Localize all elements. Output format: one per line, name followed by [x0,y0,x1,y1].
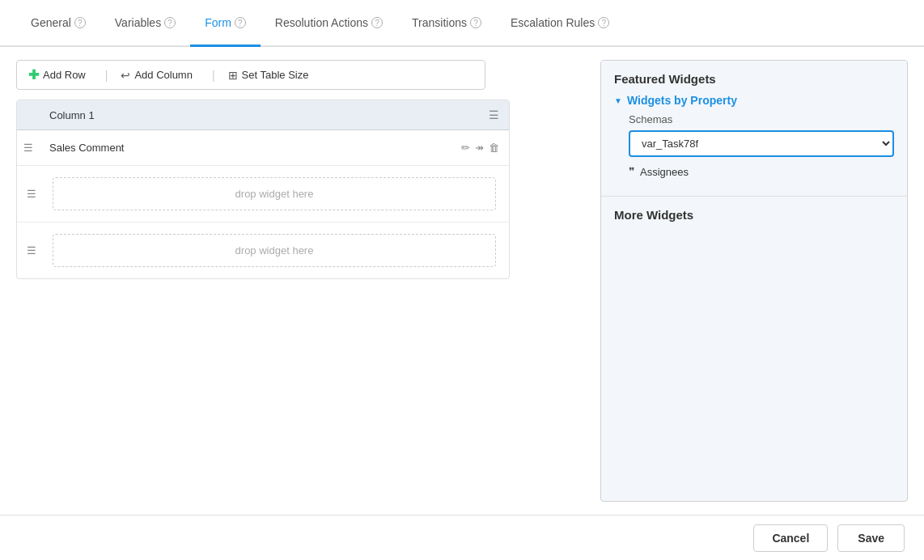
header-drag-spacer [17,100,40,129]
tab-form-label: Form [205,16,231,29]
add-row-plus-icon: ✚ [28,67,39,83]
widgets-by-property-toggle[interactable]: ▼ Widgets by Property [614,94,894,107]
widget-label-sales-comment: Sales Comment [49,142,461,154]
toolbar-sep-2: | [212,69,215,82]
more-widgets-title: More Widgets [614,208,693,222]
cell-actions-1: ✏ ↠ 🗑 [461,142,499,154]
drag-icon-2: ☰ [27,188,36,200]
main-content: ✚ Add Row | ↩ Add Column | ⊞ Set Table S… [0,47,924,515]
schemas-select[interactable]: var_Task78f var_Task78g var_Task78h [629,130,894,157]
drag-icon-1: ☰ [23,142,33,154]
drop-zone-1-label: drop widget here [235,188,314,200]
grid-cell-1: Sales Comment ✏ ↠ 🗑 [40,135,509,160]
tab-escalation-rules-label: Escalation Rules [511,16,595,29]
add-column-icon: ↩ [121,69,130,82]
add-row-button[interactable]: ✚ Add Row [28,67,95,83]
tab-escalation-rules[interactable]: Escalation Rules ? [496,0,624,47]
table-row: ☰ drop widget here [17,223,509,278]
panel-section-body: ▼ Widgets by Property Schemas var_Task78… [601,94,907,196]
tab-form[interactable]: Form ? [190,0,261,47]
tab-resolution-actions-help-icon[interactable]: ? [371,17,383,28]
tab-transitions[interactable]: Transitions ? [397,0,496,47]
toolbar: ✚ Add Row | ↩ Add Column | ⊞ Set Table S… [16,60,485,90]
tab-general-help-icon[interactable]: ? [74,17,86,28]
tab-resolution-actions-label: Resolution Actions [275,16,368,29]
left-panel: ✚ Add Row | ↩ Add Column | ⊞ Set Table S… [16,60,587,502]
tab-general-label: General [31,16,71,29]
featured-widgets-header: Featured Widgets [601,61,907,94]
drag-icon-3: ☰ [27,244,36,257]
set-table-size-button[interactable]: ⊞ Set Table Size [228,69,319,82]
footer: Cancel Save [0,515,924,560]
assignees-label: Assignees [640,166,689,178]
add-column-button[interactable]: ↩ Add Column [121,69,202,82]
drop-zone-2[interactable]: drop widget here [53,234,496,267]
row-drag-handle-2[interactable]: ☰ [20,188,43,200]
row-drag-handle-3[interactable]: ☰ [20,244,43,257]
column-1-header-label: Column 1 [49,109,95,121]
grid-header: Column 1 ☰ [17,100,509,130]
cancel-button[interactable]: Cancel [753,524,828,552]
tab-transitions-label: Transitions [412,16,467,29]
right-panel: Featured Widgets ▼ Widgets by Property S… [600,60,908,502]
add-row-label: Add Row [43,69,86,81]
save-button[interactable]: Save [837,524,905,552]
assignees-row[interactable]: ❞ Assignees [629,165,894,178]
move-icon[interactable]: ↠ [475,142,484,154]
drop-zone-1[interactable]: drop widget here [53,177,496,210]
widgets-by-property-label: Widgets by Property [627,94,737,107]
widgets-by-property-group: ▼ Widgets by Property Schemas var_Task78… [614,94,894,178]
tab-variables-label: Variables [115,16,161,29]
add-column-label: Add Column [134,69,193,81]
tab-general[interactable]: General ? [16,0,100,47]
tab-resolution-actions[interactable]: Resolution Actions ? [261,0,397,47]
drop-zone-2-label: drop widget here [235,244,314,257]
featured-widgets-title: Featured Widgets [614,72,716,86]
toolbar-sep-1: | [105,69,108,82]
expand-triangle-icon: ▼ [614,96,622,105]
tab-transitions-help-icon[interactable]: ? [470,17,481,28]
column-1-header: Column 1 ☰ [40,100,509,129]
column-menu-icon[interactable]: ☰ [489,108,499,121]
form-grid: Column 1 ☰ ☰ Sales Comment ✏ ↠ 🗑 [16,100,510,279]
tab-bar: General ? Variables ? Form ? Resolution … [0,0,924,47]
delete-icon[interactable]: 🗑 [489,142,499,154]
table-row: ☰ drop widget here [17,166,509,223]
assignees-icon: ❞ [629,165,635,178]
save-label: Save [858,532,884,545]
tab-form-help-icon[interactable]: ? [235,17,246,28]
set-table-size-label: Set Table Size [242,69,309,81]
table-row: ☰ Sales Comment ✏ ↠ 🗑 [17,130,509,166]
tab-variables[interactable]: Variables ? [100,0,190,47]
more-widgets-section: More Widgets [601,196,907,233]
row-drag-handle-1[interactable]: ☰ [17,142,40,154]
schemas-label: Schemas [629,113,894,125]
cancel-label: Cancel [772,532,809,545]
tab-variables-help-icon[interactable]: ? [164,17,176,28]
set-table-size-icon: ⊞ [228,69,238,82]
tab-escalation-rules-help-icon[interactable]: ? [598,17,609,28]
edit-icon[interactable]: ✏ [461,142,470,154]
